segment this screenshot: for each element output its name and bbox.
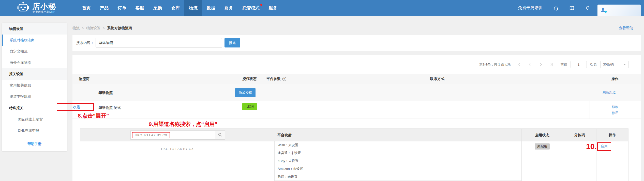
pagination-bar: 第1-1条，共 1 条记录 前往 /1 页 30条/页: [72, 55, 641, 69]
channel-search-input[interactable]: HKG TO LAX BY CX: [130, 130, 215, 140]
user-avatar-box[interactable]: [597, 5, 641, 16]
prev-page-button[interactable]: [528, 62, 532, 67]
bell-icon[interactable]: [585, 5, 590, 11]
sidebar-header-customs-settings: 报关设置: [2, 68, 67, 80]
annotation-step9: 9.用渠道名称搜索，点“启用”: [149, 121, 217, 128]
mapping-item-dunhuang: 敦煌：未设置: [275, 173, 521, 181]
caret-down-icon: [623, 64, 626, 65]
provider-name: 华纵物流: [98, 84, 113, 101]
col-platform-params: 平台参数 ?: [266, 77, 430, 81]
annotation-step10: 10.: [586, 142, 597, 151]
view-help-link[interactable]: 查看帮助: [619, 26, 633, 30]
refresh-channels-link[interactable]: 刷新渠道: [603, 90, 616, 95]
col-auth-status: 授权状态: [242, 77, 266, 81]
step10-highlight-box: 启用: [597, 142, 611, 151]
enable-link[interactable]: 启用: [601, 144, 608, 149]
goto-label: 前往: [561, 62, 567, 67]
page-size-select[interactable]: 30条/页: [600, 61, 629, 68]
sidebar-item-overseas-warehouse[interactable]: 海外仓库物流: [2, 57, 67, 68]
mapping-item-aliexpress: 速卖通：未设置: [275, 149, 521, 157]
next-page-button[interactable]: [539, 62, 543, 67]
channel-table-header: HKG TO LAX BY CX 平台映射 启用状态 分拣码: [80, 129, 628, 141]
mapping-item-wish: Wish：未设置: [275, 141, 521, 149]
col-provider: 物流商: [72, 77, 242, 81]
modify-link[interactable]: 修改: [612, 105, 619, 109]
nav-item-products[interactable]: 产品: [95, 0, 113, 16]
sidebar-item-channel-declaration-rules[interactable]: 渠道申报规则: [2, 91, 67, 102]
nav-item-data[interactable]: 数据: [202, 0, 220, 16]
nav-item-orders[interactable]: 订单: [113, 0, 131, 16]
help-circle-icon[interactable]: ?: [282, 77, 286, 81]
table-header-row: 物流商 授权状态 平台参数 ? 联系方式 操作: [72, 74, 641, 84]
sidebar-header-logistics-settings: 物流设置: [2, 23, 67, 35]
nav-item-logistics[interactable]: 物流: [184, 0, 202, 16]
collapse-toggle[interactable]: - 收起: [71, 105, 80, 109]
search-input[interactable]: [96, 38, 222, 47]
channel-account-name: 华纵物流-测试: [98, 106, 121, 110]
nav-item-customer-service[interactable]: 客服: [131, 0, 149, 16]
page-input[interactable]: [571, 61, 587, 68]
sidebar-item-dhl-online-declaration[interactable]: DHL在线申报: [2, 125, 67, 136]
breadcrumb-current-page: 系统对接物流商: [107, 26, 132, 30]
channel-table: HKG TO LAX BY CX 平台映射 启用状态 分拣码: [80, 128, 628, 181]
nav-item-warehouse[interactable]: 仓库: [167, 0, 184, 16]
auth-status-badge: 已授权: [242, 103, 257, 110]
sidebar-item-common-customs-info[interactable]: 常用报关信息: [2, 80, 67, 91]
nav-item-purchasing[interactable]: 采购: [149, 0, 167, 16]
channel-search-button[interactable]: [215, 130, 225, 140]
step8-highlight-box: - 收起: [57, 103, 94, 111]
main-menu: 首页 产品 订单 客服 采购 仓库 物流 数据 财务 托管模式 服务: [78, 0, 282, 16]
col-actions: 操作: [590, 77, 640, 81]
col-contact: 联系方式: [430, 77, 590, 81]
brand-name: 店小秘: [33, 3, 56, 10]
nav-item-services[interactable]: 服务: [264, 0, 282, 16]
record-summary: 第1-1条，共 1 条记录: [479, 62, 511, 67]
sidebar-item-custom-logistics[interactable]: 自定义物流: [2, 46, 67, 57]
breadcrumb-logistics-settings[interactable]: 物流设置: [86, 26, 100, 30]
annotation-step10-group: 10. 启用: [586, 142, 611, 151]
brand-logo: 店小秘 免费跨境电商ERP: [16, 1, 56, 15]
nav-item-finance[interactable]: 财务: [220, 0, 238, 16]
col-enable-status: 启用状态: [521, 129, 563, 141]
top-navbar: 店小秘 免费跨境电商ERP 首页 产品 订单 客服 采购 仓库 物流 数据 财务…: [0, 0, 644, 16]
magnifier-icon: [218, 133, 222, 138]
sidebar: 物流设置 系统对接物流商 自定义物流 海外仓库物流 报关设置 常用报关信息 渠道…: [2, 23, 67, 151]
channel-row: - 收起 华纵物流-测试 已授权 修改 停用: [72, 101, 641, 119]
sidebar-item-intl-site-shipping[interactable]: 国际站线上发货: [2, 114, 67, 125]
breadcrumb: 物流 > 物流设置 > 系统对接物流商: [72, 26, 132, 30]
mapping-item-amazon: Amazon：未设置: [275, 165, 521, 173]
robot-icon: [16, 1, 30, 15]
platform-mapping-cell: Wish：未设置 速卖通：未设置 eBay：未设置 Amazon：未设置 敦煌：…: [274, 141, 521, 181]
add-auth-button[interactable]: 添加授权: [235, 88, 256, 97]
enable-status-badge: 未启用: [535, 143, 550, 150]
manual-book-icon[interactable]: [569, 5, 575, 11]
providers-panel: 第1-1条，共 1 条记录 前往 /1 页 30条/页: [72, 55, 641, 181]
col-sort-code: 分拣码: [563, 129, 596, 141]
provider-row: 华纵物流 添加授权 刷新渠道: [72, 84, 641, 101]
step9-highlight-box: HKG TO LAX BY CX: [132, 132, 170, 138]
search-panel: 搜索内容： 搜索: [72, 35, 641, 51]
nav-item-home[interactable]: 首页: [78, 0, 95, 16]
annotation-step8: 8.点击“展开”: [78, 112, 109, 119]
breadcrumb-logistics[interactable]: 物流: [72, 26, 80, 30]
sidebar-item-system-providers[interactable]: 系统对接物流商: [2, 35, 67, 46]
channel-actions-cell: 修改 停用: [590, 101, 640, 119]
col-platform-mapping: 平台映射: [274, 129, 521, 141]
brand-tagline: 免费跨境电商ERP: [33, 10, 56, 14]
total-pages-label: /1 页: [590, 62, 597, 67]
last-page-button[interactable]: [550, 62, 554, 67]
search-label: 搜索内容：: [76, 41, 94, 45]
col-channel-actions: 操作: [596, 129, 628, 141]
first-page-button[interactable]: [517, 62, 521, 67]
channel-name-cell: HKG TO LAX BY CX: [80, 141, 274, 181]
training-link[interactable]: 免费专属培训: [518, 5, 543, 11]
channel-data-row: HKG TO LAX BY CX Wish：未设置 速卖通：未设置 eBay：未…: [80, 141, 628, 181]
headset-icon[interactable]: [553, 5, 559, 11]
search-button[interactable]: 搜索: [224, 38, 240, 47]
nav-item-hosting-mode[interactable]: 托管模式: [238, 0, 264, 16]
new-badge-dot: [260, 4, 262, 6]
mapping-item-ebay: eBay：未设置: [275, 157, 521, 165]
vip-diamond-icon: [604, 10, 607, 14]
disable-link[interactable]: 停用: [612, 111, 619, 115]
sidebar-item-help-manual[interactable]: 帮助手册: [2, 136, 67, 151]
